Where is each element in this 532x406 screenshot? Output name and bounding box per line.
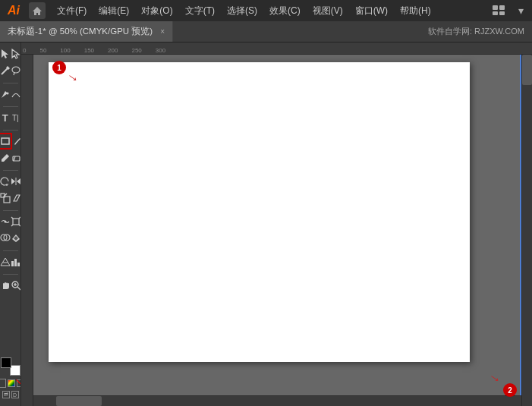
left-ruler <box>21 55 33 406</box>
svg-point-9 <box>12 67 20 73</box>
menu-type[interactable]: 文字(T) <box>180 3 220 19</box>
misc-tools-group <box>0 213 20 247</box>
canvas-content[interactable]: 1 → → 2 <box>33 55 532 406</box>
svg-line-26 <box>19 225 20 226</box>
svg-line-24 <box>19 217 20 219</box>
top-ruler: 0 50 100 150 200 250 300 <box>21 42 532 55</box>
app-logo: Ai <box>3 4 24 17</box>
type-tools-group: T T| <box>0 109 20 126</box>
menu-view[interactable]: 视图(V) <box>307 3 348 19</box>
reflect-tool[interactable] <box>11 173 21 190</box>
menu-bar: Ai 文件(F) 编辑(E) 对象(O) 文字(T) 选择(S) 效果(C) 视… <box>0 0 532 21</box>
tab-bar: 未标题-1* @ 50% (CMYK/GPU 预览) × 软件自学网: RJZX… <box>0 21 532 42</box>
pen-tool[interactable] <box>0 86 11 102</box>
shape-builder-tool[interactable] <box>0 230 11 247</box>
eraser-tool[interactable] <box>11 149 21 166</box>
fg-bg-color-swatch[interactable] <box>1 357 20 376</box>
arrow-2: → <box>485 368 505 389</box>
column-graph-tool[interactable] <box>11 253 21 270</box>
warp-tool[interactable] <box>0 213 11 230</box>
menu-help[interactable]: 帮助(H) <box>395 3 436 19</box>
workspace-switcher[interactable] <box>491 5 508 17</box>
vertical-scrollbar-thumb[interactable] <box>522 55 532 85</box>
view-tools-group <box>0 277 20 294</box>
svg-marker-5 <box>2 49 8 58</box>
svg-rect-1 <box>493 5 498 10</box>
vertical-scrollbar[interactable] <box>521 55 532 406</box>
menu-object[interactable]: 对象(O) <box>136 3 178 19</box>
svg-rect-31 <box>14 259 17 266</box>
svg-marker-6 <box>12 49 19 58</box>
document-tab[interactable]: 未标题-1* @ 50% (CMYK/GPU 预览) × <box>0 21 173 42</box>
svg-rect-3 <box>493 11 498 15</box>
hand-tool[interactable] <box>0 277 11 294</box>
menu-select[interactable]: 选择(S) <box>222 3 263 19</box>
svg-point-21 <box>5 221 6 222</box>
live-paint-tool[interactable] <box>11 230 21 247</box>
svg-rect-22 <box>13 219 19 225</box>
free-transform-tool[interactable] <box>11 213 21 230</box>
scale-tool[interactable] <box>0 190 11 206</box>
svg-rect-30 <box>11 261 14 266</box>
svg-marker-16 <box>17 178 20 184</box>
svg-rect-32 <box>17 263 20 266</box>
pen-tools-group <box>0 86 20 102</box>
selection-tools-group <box>0 46 20 79</box>
svg-line-7 <box>2 68 8 74</box>
shape-tools-group <box>0 133 20 166</box>
horizontal-scrollbar-thumb[interactable] <box>56 396 102 406</box>
svg-line-25 <box>11 225 13 226</box>
shear-tool[interactable] <box>11 190 21 206</box>
rectangle-tool[interactable] <box>0 133 12 149</box>
artboard[interactable] <box>49 62 470 362</box>
stroke-swatch[interactable] <box>0 379 6 388</box>
ruler-tick-marks: 0 50 100 150 200 250 300 <box>21 42 532 54</box>
transform-tools-group <box>0 173 20 206</box>
color-area: ⇄ D <box>0 357 21 403</box>
svg-point-11 <box>6 93 8 95</box>
svg-marker-15 <box>11 178 15 184</box>
svg-marker-0 <box>33 7 42 15</box>
perspective-grid-tool[interactable] <box>0 253 11 270</box>
horizontal-scrollbar[interactable] <box>33 395 521 406</box>
svg-line-34 <box>17 287 20 290</box>
menu-file[interactable]: 文件(F) <box>52 3 92 19</box>
toolbar: T T| <box>0 42 21 406</box>
lasso-tool[interactable] <box>11 62 21 79</box>
selection-tool[interactable] <box>0 46 11 62</box>
svg-line-14 <box>14 156 15 161</box>
swap-colors-icon[interactable]: ⇄ <box>2 391 10 398</box>
svg-rect-12 <box>2 138 9 144</box>
marker-2: 2 <box>503 383 517 397</box>
direct-selection-tool[interactable] <box>11 46 21 62</box>
main-layout: T T| <box>0 42 532 406</box>
rotate-tool[interactable] <box>0 173 11 190</box>
magic-wand-tool[interactable] <box>0 62 11 79</box>
type-tool[interactable]: T <box>0 109 11 126</box>
svg-line-23 <box>11 217 13 219</box>
svg-rect-2 <box>499 5 505 10</box>
watermark-text: 软件自学网: RJZXW.COM <box>428 26 532 37</box>
canvas-area: 0 50 100 150 200 250 300 1 → <box>21 42 532 406</box>
menu-window[interactable]: 窗口(W) <box>350 3 393 19</box>
marker-1: 1 <box>52 61 66 74</box>
zoom-tool[interactable] <box>11 277 21 294</box>
touch-type-tool[interactable]: T| <box>11 109 21 126</box>
svg-rect-4 <box>499 11 505 15</box>
menu-effect[interactable]: 效果(C) <box>264 3 306 19</box>
graph-tools-group <box>0 253 20 270</box>
chevron-down-icon[interactable]: ▾ <box>512 5 529 17</box>
tab-title: 未标题-1* @ 50% (CMYK/GPU 预览) <box>8 26 153 37</box>
home-button[interactable] <box>29 2 46 19</box>
tab-close-button[interactable]: × <box>160 27 165 36</box>
curvature-tool[interactable] <box>11 86 21 102</box>
paintbrush-tool[interactable] <box>12 133 22 149</box>
menu-bar-right: ▾ <box>491 5 529 17</box>
pencil-tool[interactable] <box>0 149 11 166</box>
gradient-swatch[interactable] <box>8 379 15 387</box>
menu-edit[interactable]: 编辑(E) <box>93 3 134 19</box>
canvas-boundary-line <box>520 55 521 395</box>
default-colors-icon[interactable]: D <box>11 391 19 398</box>
